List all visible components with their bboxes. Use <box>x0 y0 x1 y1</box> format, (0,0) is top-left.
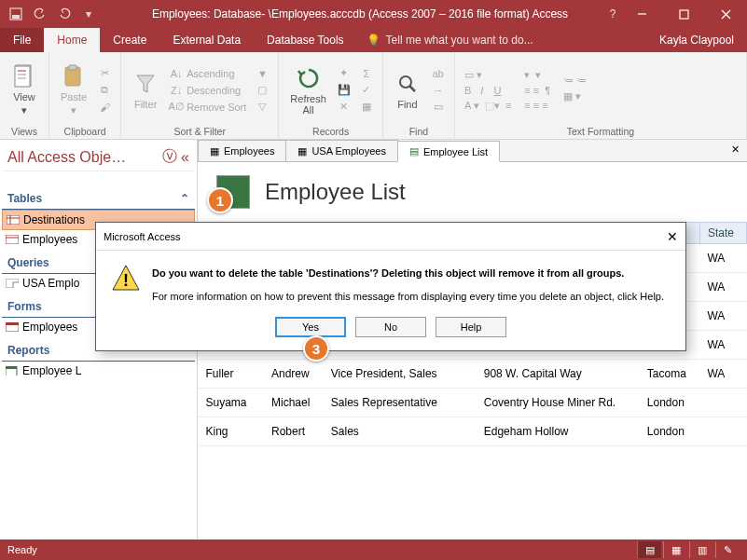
user-name[interactable]: Kayla Claypool <box>646 28 747 52</box>
tab-home[interactable]: Home <box>44 28 100 52</box>
group-sort-filter: Filter A↓Ascending Z↓Descending A∅Remove… <box>121 52 279 139</box>
nav-search[interactable] <box>2 176 195 180</box>
svg-rect-7 <box>15 66 30 87</box>
nav-group-tables[interactable]: Tables⌃ <box>2 188 195 210</box>
dialog-title: Microsoft Access <box>104 231 181 242</box>
remove-sort-icon: A∅ <box>170 101 183 114</box>
toggle-filter-button[interactable]: ▽ <box>254 100 270 115</box>
help-button[interactable]: Help <box>436 317 506 337</box>
nav-item-employee-list-report[interactable]: Employee L <box>2 362 195 380</box>
table-row[interactable]: KingRobertSalesEdgeham HollowLondon <box>199 417 747 446</box>
doctab-usa-employees[interactable]: ▦USA Employees <box>285 140 397 161</box>
tab-external-data[interactable]: External Data <box>159 28 254 52</box>
help-icon[interactable]: ? <box>604 6 621 22</box>
svg-rect-21 <box>13 282 19 288</box>
remove-sort-button[interactable]: A∅Remove Sort <box>168 100 248 115</box>
maximize-button[interactable] <box>663 0 705 28</box>
svg-text:!: ! <box>123 271 129 290</box>
chevron-down-icon[interactable]: ⓥ <box>162 147 177 167</box>
doctab-employee-list[interactable]: ▤Employee List <box>397 141 500 162</box>
dialog-close-button[interactable]: ✕ <box>667 229 678 244</box>
selection-filter-button[interactable]: ▼ <box>254 66 270 81</box>
qat-dropdown-icon[interactable]: ▾ <box>80 6 97 22</box>
advanced-filter-button[interactable]: ▢ <box>254 83 270 98</box>
group-text-formatting: ▭ ▾B I UA ▾ ⬚▾ ≡ ▾ ▾≡ ≡ ¶≡ ≡ ≡ ≔ ≔▦ ▾ Te… <box>455 52 747 139</box>
advanced-icon: ▢ <box>256 84 269 97</box>
funnel-icon <box>132 71 159 97</box>
report-view-button[interactable]: ▤ <box>637 541 661 558</box>
ribbon: View▾ Views Paste▾ ✂ ⧉ 🖌 Clipboard Filte… <box>0 52 747 140</box>
ascending-button[interactable]: A↓Ascending <box>168 66 248 81</box>
select-button[interactable]: ▭ <box>430 100 447 115</box>
paste-button[interactable]: Paste▾ <box>57 61 90 118</box>
callout-3: 3 <box>303 335 329 362</box>
undo-icon[interactable] <box>32 6 48 22</box>
table-icon <box>7 215 20 225</box>
table-row[interactable]: SuyamaMichaelSales RepresentativeCoventr… <box>199 389 747 417</box>
table-row[interactable]: FullerAndrewVice President, Sales908 W. … <box>199 360 747 389</box>
spelling-button[interactable]: ✓ <box>358 83 375 98</box>
group-views: View▾ Views <box>0 52 49 139</box>
find-button[interactable]: Find <box>391 69 424 112</box>
new-icon: ✦ <box>338 67 351 80</box>
group-find: Find ab → ▭ Find <box>383 52 455 139</box>
query-icon <box>6 279 19 288</box>
new-record-button[interactable]: ✦ <box>336 66 353 81</box>
shutter-icon[interactable]: « <box>181 149 189 166</box>
tell-me-search[interactable]: 💡 Tell me what you want to do... <box>357 28 543 52</box>
print-preview-button[interactable]: ▦ <box>663 541 687 558</box>
minimize-button[interactable] <box>621 0 663 28</box>
save-icon[interactable] <box>7 6 24 22</box>
save-record-button[interactable]: 💾 <box>336 83 353 98</box>
tab-database-tools[interactable]: Database Tools <box>254 28 357 52</box>
tab-create[interactable]: Create <box>100 28 159 52</box>
replace-button[interactable]: ab <box>430 66 447 81</box>
svg-line-14 <box>409 86 415 91</box>
yes-button[interactable]: Yes <box>275 317 346 337</box>
confirm-delete-dialog: Microsoft Access ✕ ! Do you want to dele… <box>95 222 686 351</box>
ribbon-tabs: File Home Create External Data Database … <box>0 28 747 52</box>
delete-record-button[interactable]: ✕ <box>336 100 353 115</box>
warning-icon: ! <box>111 264 141 294</box>
refresh-icon <box>296 65 322 91</box>
totals-button[interactable]: Σ <box>358 66 375 81</box>
close-button[interactable] <box>705 0 747 28</box>
format-painter-button[interactable]: 🖌 <box>96 100 113 115</box>
query-icon: ▦ <box>297 145 307 157</box>
filter-button[interactable]: Filter <box>129 69 162 112</box>
title-bar: ▾ Employees: Database- \Employees.acccdb… <box>0 0 747 28</box>
save-record-icon: 💾 <box>338 84 351 97</box>
form-icon <box>6 322 19 332</box>
search-icon <box>394 71 421 97</box>
col-state[interactable]: State <box>699 223 746 244</box>
close-tab-button[interactable]: ✕ <box>724 140 747 161</box>
svg-rect-23 <box>6 322 19 325</box>
svg-rect-25 <box>6 366 17 369</box>
brush-icon: 🖌 <box>98 101 111 114</box>
report-icon: ▤ <box>409 145 419 157</box>
tab-file[interactable]: File <box>0 28 44 52</box>
redo-icon[interactable] <box>56 6 73 22</box>
status-text: Ready <box>7 544 37 555</box>
nav-header[interactable]: All Access Obje… ⓥ « <box>2 143 195 171</box>
sort-desc-icon: Z↓ <box>170 84 183 97</box>
refresh-all-button[interactable]: Refresh All <box>286 63 330 117</box>
doctab-employees[interactable]: ▦Employees <box>198 140 286 161</box>
svg-rect-15 <box>7 215 20 225</box>
svg-rect-12 <box>69 65 76 70</box>
selection-icon: ▼ <box>256 67 269 80</box>
goto-button[interactable]: → <box>430 83 447 98</box>
dialog-message: Do you want to delete the table 'Destina… <box>152 266 671 281</box>
clipboard-icon <box>61 63 87 89</box>
design-view-button[interactable]: ✎ <box>715 541 740 558</box>
no-button[interactable]: No <box>355 317 426 337</box>
report-title: Employee List <box>265 179 406 205</box>
more-button[interactable]: ▦ <box>358 100 375 115</box>
descending-button[interactable]: Z↓Descending <box>168 83 248 98</box>
quick-access-toolbar: ▾ <box>7 6 97 22</box>
sort-asc-icon: A↓ <box>170 67 183 80</box>
view-button[interactable]: View▾ <box>7 61 41 118</box>
cut-button[interactable]: ✂ <box>96 66 113 81</box>
copy-button[interactable]: ⧉ <box>96 83 113 98</box>
layout-view-button[interactable]: ▥ <box>689 541 713 558</box>
